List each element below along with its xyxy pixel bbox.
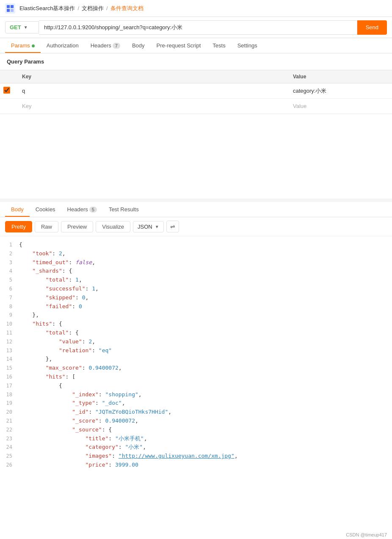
response-tab-cookies[interactable]: Cookies: [30, 202, 61, 217]
send-button[interactable]: Send: [357, 20, 387, 35]
code-line: 19 "_type": "_doc",: [0, 399, 392, 408]
code-line: 26 "price": 3999.00: [0, 461, 392, 470]
breadcrumb-sep1: /: [77, 5, 79, 11]
code-line: 17 {: [0, 381, 392, 390]
url-bar: GET ▼ Send: [0, 17, 392, 38]
tab-settings[interactable]: Settings: [232, 38, 263, 53]
row2-value-input[interactable]: [291, 101, 389, 111]
code-line: 3 "timed_out": false,: [0, 258, 392, 267]
chevron-down-icon: ▼: [155, 224, 159, 229]
tab-tests[interactable]: Tests: [207, 38, 231, 53]
code-line: 1 {: [0, 240, 392, 249]
preview-button[interactable]: Preview: [61, 221, 93, 232]
code-line: 10 "hits": {: [0, 320, 392, 329]
format-select[interactable]: JSON ▼: [133, 221, 164, 232]
footer: CSDN @timeup417: [341, 531, 392, 539]
tab-headers[interactable]: Headers7: [85, 38, 126, 53]
code-area: 1 { 2 "took": 2, 3 "timed_out": false, 4…: [0, 236, 392, 474]
tab-authorization[interactable]: Authorization: [41, 38, 85, 53]
visualize-button[interactable]: Visualize: [96, 221, 130, 232]
params-table: Key Value: [0, 70, 392, 114]
svg-rect-0: [7, 5, 10, 8]
svg-rect-3: [11, 9, 14, 12]
table-row: [0, 83, 392, 99]
top-bar: ElasticSearch基本操作 / 文档操作 / 条件查询文档: [0, 0, 392, 17]
code-line: 16 "hits": [: [0, 373, 392, 381]
breadcrumb-part2[interactable]: 文档操作: [82, 5, 104, 12]
code-line: 9 },: [0, 311, 392, 320]
code-line: 25 "images": "http://www.gulixueyuan.com…: [0, 452, 392, 461]
breadcrumb-sep2: /: [106, 5, 108, 11]
tab-body[interactable]: Body: [126, 38, 151, 53]
code-line: 2 "took": 2,: [0, 249, 392, 258]
response-tabs: Body Cookies Headers5 Test Results: [0, 202, 392, 217]
col-value: Value: [288, 70, 392, 83]
format-bar: Pretty Raw Preview Visualize JSON ▼ ⇌: [0, 217, 392, 236]
method-select[interactable]: GET ▼: [5, 21, 39, 33]
code-line: 8 "failed": 0: [0, 302, 392, 311]
code-line: 11 "total": {: [0, 329, 392, 337]
code-line: 15 "max_score": 0.9400072,: [0, 364, 392, 373]
code-line: 14 },: [0, 355, 392, 364]
row1-value-input[interactable]: [291, 86, 389, 96]
method-label: GET: [10, 24, 21, 30]
breadcrumb-part1[interactable]: ElasticSearch基本操作: [19, 5, 75, 12]
code-line: 13 "relation": "eq": [0, 346, 392, 355]
raw-button[interactable]: Raw: [35, 221, 58, 232]
pretty-button[interactable]: Pretty: [5, 221, 32, 232]
svg-rect-1: [11, 5, 14, 8]
code-line: 23 "title": "小米手机",: [0, 434, 392, 443]
response-separator: [0, 199, 392, 202]
col-key: Key: [17, 70, 288, 83]
code-line: 12 "value": 2,: [0, 337, 392, 346]
tab-params[interactable]: Params: [5, 38, 41, 53]
query-params-title: Query Params: [0, 53, 392, 70]
app-logo: [5, 3, 15, 14]
table-row: [0, 99, 392, 114]
breadcrumb-current: 条件查询文档: [110, 5, 144, 12]
tab-prerequest[interactable]: Pre-request Script: [151, 38, 207, 53]
request-tabs: Params Authorization Headers7 Body Pre-r…: [0, 38, 392, 53]
code-line: 24 "category": "小米",: [0, 443, 392, 452]
breadcrumb: ElasticSearch基本操作 / 文档操作 / 条件查询文档: [19, 5, 144, 12]
response-tab-testresults[interactable]: Test Results: [103, 202, 145, 217]
col-checkbox: [0, 70, 17, 83]
code-line: 20 "_id": "JQTmZYoBQioTHks7HHid",: [0, 408, 392, 417]
code-line: 5 "total": 1,: [0, 276, 392, 285]
code-line: 22 "_source": {: [0, 426, 392, 434]
response-tab-body[interactable]: Body: [5, 202, 30, 217]
wrap-button[interactable]: ⇌: [166, 221, 179, 232]
code-line: 7 "skipped": 0,: [0, 293, 392, 302]
row1-checkbox[interactable]: [3, 87, 10, 94]
row2-key-input[interactable]: [20, 101, 284, 111]
code-line: 6 "successful": 1,: [0, 285, 392, 293]
url-input[interactable]: [39, 20, 357, 35]
chevron-down-icon: ▼: [24, 25, 28, 30]
footer-text: CSDN @timeup417: [346, 532, 387, 537]
row1-key-input[interactable]: [20, 86, 284, 96]
code-line: 21 "_score": 0.9400072,: [0, 417, 392, 426]
response-tab-headers[interactable]: Headers5: [61, 202, 103, 217]
code-line: 4 "_shards": {: [0, 267, 392, 276]
format-label: JSON: [138, 224, 152, 230]
svg-rect-2: [7, 9, 10, 12]
code-line: 18 "_index": "shopping",: [0, 390, 392, 399]
